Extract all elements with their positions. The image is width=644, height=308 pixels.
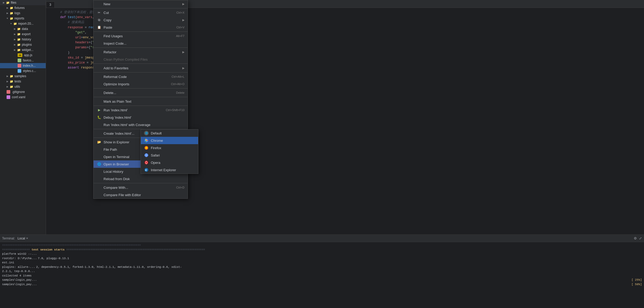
browser-item-opera[interactable]: Opera <box>141 159 198 166</box>
sidebar-item-gitignore[interactable]: .gitignore <box>0 89 46 95</box>
shortcut-label: Ctrl+X <box>176 11 184 14</box>
browser-item-label: Internet Explorer <box>151 168 176 172</box>
menu-item-paste[interactable]: 📋 Paste Ctrl+V <box>94 24 188 31</box>
menu-item-delete[interactable]: Delete... Delete <box>94 89 188 96</box>
sidebar-item-label: utils <box>14 85 20 88</box>
sidebar-item-label: index.h... <box>23 64 36 67</box>
sidebar-item-label: export <box>22 32 30 36</box>
menu-item-inspect-code-label: Inspect Code... <box>104 41 184 45</box>
sidebar-item-appjs[interactable]: JS app.js <box>0 53 46 58</box>
sidebar-item-label: app.js <box>24 53 32 57</box>
arrow-icon: ▶ <box>182 66 184 70</box>
terminal-tab-label: Local <box>18 237 25 240</box>
menu-separator <box>94 32 188 32</box>
terminal-content[interactable]: ========================================… <box>0 242 644 308</box>
new-icon <box>97 2 101 6</box>
sidebar-item-logs[interactable]: logs <box>0 11 46 16</box>
sidebar-item-favico[interactable]: favico... <box>0 58 46 63</box>
expand-icon[interactable]: ⤢ <box>639 236 642 240</box>
menu-item-reformat-code[interactable]: Reformat Code Ctrl+Alt+L <box>94 73 188 80</box>
create-icon <box>97 131 101 136</box>
sidebar-item-utils[interactable]: utils <box>0 84 46 89</box>
sidebar-item-confvaml[interactable]: conf.vaml <box>0 95 46 100</box>
browser-item-firefox[interactable]: Firefox <box>141 144 198 152</box>
menu-item-run-indexhtml[interactable]: ▶ Run 'index.html' Ctrl+Shift+F10 <box>94 106 188 114</box>
copy-icon: ⧉ <box>97 18 101 22</box>
menu-item-refactor[interactable]: Refactor ▶ <box>94 48 188 56</box>
css-file-icon <box>18 69 21 73</box>
html-file-icon <box>18 64 21 67</box>
menu-item-inspect-code[interactable]: Inspect Code... <box>94 40 188 47</box>
sidebar-item-tests[interactable]: tests <box>0 79 46 84</box>
ico-file-icon <box>18 59 21 62</box>
menu-separator <box>94 88 188 88</box>
close-icon[interactable]: ✕ <box>26 237 28 240</box>
terminal-icon <box>97 154 101 159</box>
menu-item-optimize-imports[interactable]: Optimize Imports Ctrl+Alt+O <box>94 80 188 88</box>
sidebar-item-label: report-20... <box>18 22 34 25</box>
menu-separator <box>94 97 188 97</box>
menu-item-run-coverage-label: Run 'index.html' with Coverage <box>104 123 184 127</box>
run-icon: ▶ <box>97 108 101 112</box>
sidebar-item-label: reports <box>14 17 24 20</box>
sidebar-item-data[interactable]: data <box>0 26 46 32</box>
menu-item-copy[interactable]: ⧉ Copy ▶ <box>94 16 188 24</box>
mark-icon <box>97 99 101 104</box>
menu-item-debug-indexhtml[interactable]: 🐛 Debug 'index.html' <box>94 114 188 121</box>
cut-icon: ✂ <box>97 10 101 15</box>
menu-item-reload-disk-label: Reload from Disk <box>104 177 184 181</box>
spacer-icon <box>2 95 6 99</box>
sidebar-item-fixtures[interactable]: fixtures <box>0 5 46 11</box>
menu-item-compare-editor-label: Compare File with Editor <box>104 193 184 197</box>
sidebar-item-label: files <box>11 1 16 4</box>
sidebar-item-label: data <box>22 27 28 31</box>
sidebar-item-indexhtml[interactable]: index.h... <box>0 63 46 68</box>
menu-item-find-usages[interactable]: Find Usages Alt+F7 <box>94 32 188 40</box>
browser-item-chrome[interactable]: Chrome <box>141 137 198 144</box>
menu-item-compare-editor[interactable]: Compare File with Editor <box>94 191 188 199</box>
menu-item-clean-python-label: Clean Python Compiled Files <box>104 58 184 61</box>
sidebar-item-label: history <box>22 38 31 41</box>
sidebar-item-stylescss[interactable]: styles.c... <box>0 68 46 74</box>
menu-item-add-favorites[interactable]: Add to Favorites ▶ <box>94 64 188 72</box>
sidebar-item-label: favico... <box>23 59 34 62</box>
editor-tab[interactable]: 3 <box>46 2 55 8</box>
sidebar-item-export[interactable]: export <box>0 32 46 37</box>
sidebar-item-label: .gitignore <box>12 90 25 94</box>
sidebar-item-history[interactable]: history <box>0 37 46 42</box>
sidebar-item-plugins[interactable]: plugins <box>0 42 46 47</box>
menu-item-reload-disk[interactable]: Reload from Disk <box>94 175 188 182</box>
chrome-icon <box>144 138 149 143</box>
sidebar-item-reports[interactable]: reports <box>0 16 46 21</box>
refactor-icon <box>97 50 101 54</box>
browser-item-label: Safari <box>151 153 160 157</box>
sidebar-item-widgets[interactable]: widget... <box>0 47 46 53</box>
folder-icon <box>6 1 10 5</box>
browser-item-safari[interactable]: Safari <box>141 152 198 159</box>
menu-item-run-coverage[interactable]: Run 'index.html' with Coverage <box>94 121 188 128</box>
menu-item-compare-with[interactable]: Compare With... Ctrl+D <box>94 184 188 191</box>
terminal-line: samples\login_pay...[ 25%] <box>2 278 642 282</box>
default-browser-icon: 🌐 <box>144 131 149 135</box>
sidebar-item-label: samples <box>14 74 26 78</box>
menu-item-mark-plain-text[interactable]: Mark as Plain Text <box>94 98 188 105</box>
chevron-down-icon <box>9 22 13 25</box>
menu-item-cut[interactable]: ✂ Cut Ctrl+X <box>94 9 188 16</box>
terminal-line: ========================================… <box>2 243 642 248</box>
browser-item-default[interactable]: 🌐 Default <box>141 129 198 137</box>
sidebar-item-samples[interactable]: samples <box>0 74 46 79</box>
menu-item-new[interactable]: New ▶ <box>94 0 188 8</box>
history-icon <box>97 169 101 174</box>
sidebar-item-files[interactable]: files <box>0 0 46 5</box>
reformat-icon <box>97 74 101 79</box>
sidebar-item-report20[interactable]: report-20... <box>0 21 46 26</box>
browser-icon: 🌐 <box>97 162 101 166</box>
editor-area: 3 # 登录到下单流程，需要先运行utils/fastapi_mock.py d… <box>46 0 644 234</box>
chevron-right-icon <box>2 1 5 4</box>
terminal-local-tab[interactable]: Local ✕ <box>15 236 31 241</box>
settings-icon[interactable]: ⚙ <box>634 236 637 240</box>
file-tree: files fixtures logs reports report-20...… <box>0 0 46 234</box>
menu-item-delete-label: Delete... <box>104 91 171 95</box>
spacer-icon <box>13 58 17 62</box>
browser-item-ie[interactable]: e Internet Explorer <box>141 166 198 174</box>
